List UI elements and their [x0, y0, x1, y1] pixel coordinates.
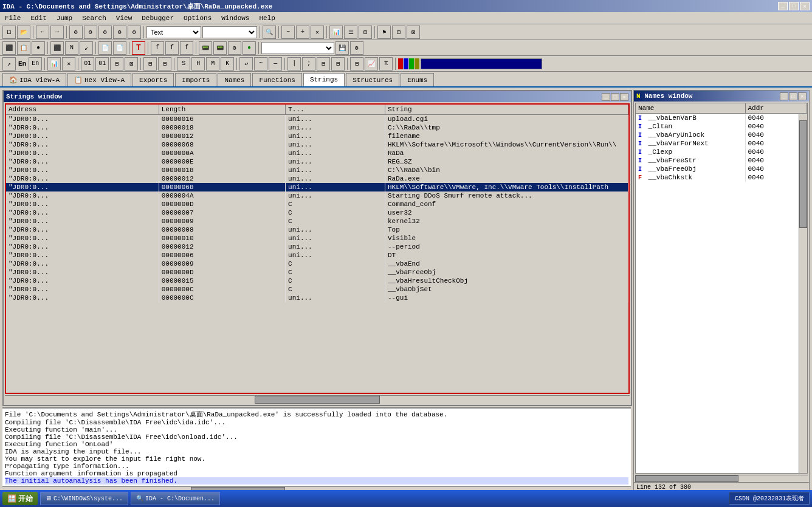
names-row[interactable]: I _Cltan 0040 [636, 122, 807, 131]
menu-search[interactable]: Search [80, 13, 109, 23]
tb3-s[interactable]: S [177, 57, 190, 71]
tb3-h[interactable]: H [191, 57, 205, 71]
tb2-n1[interactable]: ⬛ [50, 41, 64, 55]
strings-row[interactable]: "JDR0:0... 00000008 uni... Top [6, 226, 628, 234]
tb3-m[interactable]: M [206, 57, 219, 71]
strings-row[interactable]: "JDR0:0... 00000007 C user32 [6, 209, 628, 217]
tb3-m2[interactable]: ⊟ [350, 57, 363, 71]
tb2-arrow[interactable]: ↙ [80, 41, 93, 55]
copy-btn[interactable]: 📄 [98, 41, 112, 55]
forward-button[interactable]: → [50, 26, 64, 39]
strings-row[interactable]: "JDR0:0... 00000010 uni... Visible [6, 234, 628, 243]
names-row[interactable]: I __vbaLenVarB 0040 [636, 114, 807, 123]
strings-row[interactable]: "JDR0:0... 0000000D C __vbaFreeObj [6, 268, 628, 277]
tb7[interactable]: ⚙ [128, 26, 141, 39]
strings-row[interactable]: "JDR0:0... 00000068 uni... HKLM\\Softwar… [6, 140, 628, 149]
strings-row[interactable]: "JDR0:0... 00000018 uni... C:\\RaDa\\tmp [6, 123, 628, 132]
gear2-btn[interactable]: ⚙ [228, 41, 241, 55]
menu-jump[interactable]: Jump [54, 13, 75, 23]
tb3-semi[interactable]: ; [302, 57, 315, 71]
tb3-hex2[interactable]: 01 [95, 57, 109, 71]
menu-debugger[interactable]: Debugger [139, 13, 176, 23]
strings-row[interactable]: "JDR0:0... 00000009 C __vbaEnd [6, 260, 628, 268]
plus-btn[interactable]: + [296, 26, 309, 39]
tab-imports[interactable]: Imports [175, 73, 216, 86]
tb3-a1[interactable]: ⊟ [143, 57, 157, 71]
tab-enums[interactable]: Enums [401, 73, 434, 86]
tab-structures[interactable]: Structures [346, 73, 399, 86]
tb2-save[interactable]: 💾 [335, 41, 349, 55]
names-v-scrollbar[interactable] [799, 114, 807, 473]
strings-h-scrollbar[interactable] [5, 395, 630, 404]
tab-functions[interactable]: Functions [252, 73, 301, 86]
menu-options[interactable]: Options [181, 13, 214, 23]
tb5[interactable]: ⚙ [98, 26, 112, 39]
tb3-arr1[interactable]: ↩ [239, 57, 253, 71]
tb3[interactable]: ⚙ [69, 26, 83, 39]
tb3-bin[interactable]: ⊟ [110, 57, 123, 71]
tb3-a2[interactable]: ⊟ [158, 57, 171, 71]
names-h-scrollbar[interactable] [635, 475, 808, 482]
names-row[interactable]: I __vbaVarForNext 0040 [636, 139, 807, 148]
tb2-settings[interactable]: ⚙ [350, 41, 363, 55]
strings-row[interactable]: "JDR0:0... 0000000C C __vbaObjSet [6, 285, 628, 294]
tb2-dot[interactable]: ● [32, 41, 45, 55]
type-dropdown[interactable]: Text [146, 26, 201, 38]
tb3-en[interactable]: En [29, 57, 42, 71]
func2-btn[interactable]: f [165, 41, 179, 55]
names-restore-btn[interactable]: □ [789, 92, 797, 100]
tb4[interactable]: ⚙ [84, 26, 97, 39]
list-btn[interactable]: ☰ [344, 26, 357, 39]
tab-exports[interactable]: Exports [132, 73, 174, 86]
tb3-hex[interactable]: 01 [81, 57, 94, 71]
grid2-btn[interactable]: ⊠ [407, 26, 420, 39]
strings-row[interactable]: "JDR0:0... 0000000D C Command_conf [6, 200, 628, 209]
menu-file[interactable]: File [2, 13, 23, 23]
calc-btn[interactable]: 📟 [199, 41, 212, 55]
names-row[interactable]: I _Clexp 0040 [636, 148, 807, 156]
minus-btn[interactable]: − [281, 26, 295, 39]
names-row[interactable]: I __vbaFreeStr 0040 [636, 156, 807, 165]
paste-btn[interactable]: 📄 [113, 41, 126, 55]
tab-strings[interactable]: Strings [303, 73, 345, 86]
strings-row[interactable]: "JDR0:0... 0000000E uni... REG_SZ [6, 157, 628, 166]
tb3-pipe[interactable]: | [287, 57, 301, 71]
strings-row[interactable]: "JDR0:0... 00000018 uni... C:\\RaDa\\bin [6, 166, 628, 174]
minimize-button[interactable]: _ [778, 2, 788, 10]
names-close-btn[interactable]: ✕ [798, 92, 807, 100]
names-minimize-btn[interactable]: _ [780, 92, 788, 100]
strings-minimize-btn[interactable]: _ [602, 93, 610, 101]
names-row[interactable]: I __vbaFreeObj 0040 [636, 165, 807, 173]
start-button[interactable]: 🪟 开始 [2, 492, 38, 505]
tb3-x[interactable]: ✕ [62, 57, 75, 71]
search-btn[interactable]: 🔍 [263, 26, 276, 39]
calc2-btn[interactable]: 📟 [213, 41, 227, 55]
strings-row[interactable]: "JDR0:0... 00000015 C __vbaHresultCheckO… [6, 277, 628, 285]
strings-row[interactable]: "JDR0:0... 00000012 uni... RaDa.exe [6, 174, 628, 183]
circle-btn[interactable]: ● [243, 41, 256, 55]
func-btn[interactable]: f [151, 41, 164, 55]
tb2-dropdown[interactable] [261, 42, 334, 54]
tb3-graph3[interactable]: 📈 [365, 57, 378, 71]
strings-row[interactable]: "JDR0:0... 00000016 uni... upload.cgi [6, 115, 628, 124]
tb3-pi[interactable]: π [379, 57, 393, 71]
tb2-1[interactable]: ⬛ [2, 41, 16, 55]
graph-btn[interactable]: 📊 [329, 26, 343, 39]
strings-row[interactable]: "JDR0:0... 0000000A uni... RaDa [6, 149, 628, 157]
strings-restore-btn[interactable]: □ [611, 93, 619, 101]
restore-button[interactable]: □ [789, 2, 799, 10]
menu-windows[interactable]: Windows [219, 13, 252, 23]
layout-btn[interactable]: ⊞ [359, 26, 372, 39]
menu-edit[interactable]: Edit [28, 13, 49, 23]
tab-names[interactable]: Names [218, 73, 251, 86]
tab-hex-view-a[interactable]: 📋 Hex View-A [67, 73, 131, 86]
tb3-comma[interactable]: ⊟ [317, 57, 330, 71]
strings-row[interactable]: "JDR0:0... 00000012 uni... --period [6, 243, 628, 251]
type-dropdown2[interactable] [202, 26, 257, 38]
tb3-hash[interactable]: ⊟ [331, 57, 345, 71]
tb3-bin2[interactable]: ⊠ [125, 57, 138, 71]
grid-btn[interactable]: ⊟ [392, 26, 405, 39]
tb3-dash[interactable]: — [269, 57, 282, 71]
tb2-n2[interactable]: N [65, 41, 78, 55]
tb3-tilde[interactable]: ~ [254, 57, 267, 71]
